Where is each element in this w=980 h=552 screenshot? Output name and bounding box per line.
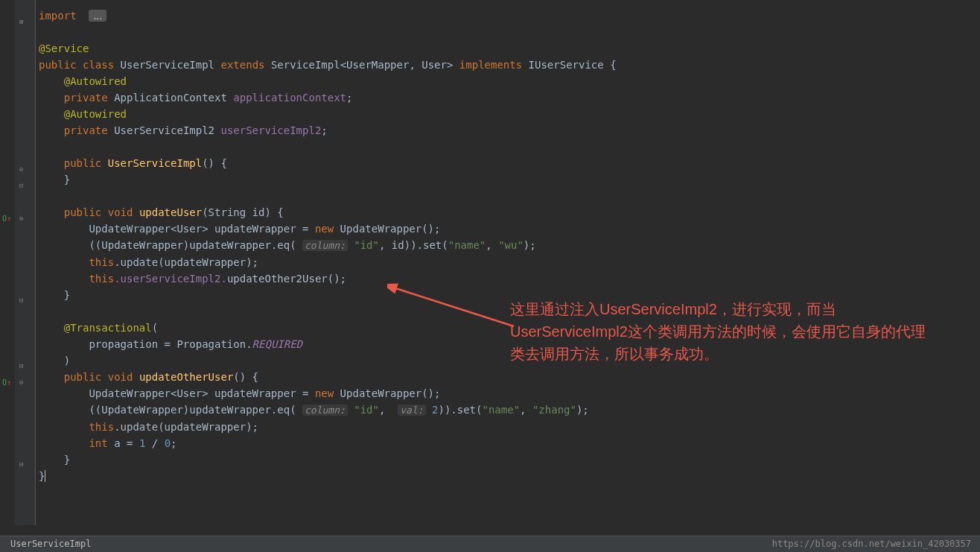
watermark: https://blog.csdn.net/weixin_42030357 [772,539,971,549]
fold-open-icon[interactable]: ⊖ [19,215,23,222]
annotation-text: 这里通过注入UserServiceImpl2，进行实现，而当UserServic… [510,298,935,365]
gutter-fold: ⊞ ⊖ ⊟ ⊖ ⊟ ⊟ ⊖ ⊟ [15,0,36,525]
code-number: 0 [165,437,171,449]
code-token: (String id) { [202,206,284,218]
code-token: new [315,223,334,235]
code-token: UpdateWrapper<User> updateWrapper = [89,223,314,235]
code-token: void [108,371,133,383]
code-token: , [409,59,421,71]
code-token: .update(updateWrapper); [114,421,258,433]
code-token: a = [108,437,139,449]
inlay-hint: column: [302,405,348,416]
code-annotation: @Autowired [64,75,127,87]
code-token: } [64,174,70,185]
fold-open-icon[interactable]: ⊖ [19,378,23,386]
code-field-ref: .userServiceImpl2. [114,273,227,285]
code-token: ( [152,322,158,334]
code-class-name: UserServiceImpl [121,59,214,71]
code-token: UpdateWrapper(); [334,223,440,235]
code-token: (); [328,273,346,285]
code-token: propagation = Propagation. [89,338,252,350]
folded-import-badge[interactable]: ... [89,10,106,22]
code-token: UpdateWrapper<User> updateWrapper = [89,387,314,399]
code-token: } [64,289,70,301]
code-token: > [447,59,453,71]
code-token: User [421,59,447,71]
code-token: import [39,10,77,22]
code-token: UserServiceImpl2 [114,124,214,136]
fold-icon[interactable]: ⊞ [19,18,23,25]
code-field: userServiceImpl2 [220,124,321,136]
code-token: UserMapper [346,59,409,71]
code-token: private [64,124,108,136]
code-token: ) [64,355,70,367]
code-token: ; [346,92,352,104]
inlay-hint: column: [302,240,348,251]
code-token: public [64,206,102,218]
code-field: applicationContext [233,92,346,104]
fold-open-icon[interactable]: ⊖ [19,165,23,173]
code-token: implements [459,59,522,71]
code-token: extends [220,59,264,71]
gutter-markers: O↑ O↑ [0,0,15,525]
code-token: public [64,371,102,383]
code-editor[interactable]: import ... @Service public class UserSer… [36,0,980,525]
code-token: , id)).set( [379,239,448,251]
code-token: )).set( [438,404,482,416]
breadcrumb[interactable]: UserServiceImpl [10,539,91,549]
code-token: UpdateWrapper(); [334,387,440,399]
code-token: this [89,256,114,268]
code-string: "zhang" [532,404,576,416]
fold-close-icon[interactable]: ⊟ [19,182,23,189]
override-marker-icon[interactable]: O↑ [2,378,11,387]
code-token: updateOther2User [227,273,328,285]
code-token: public [39,59,77,71]
code-string: "name" [482,404,520,416]
code-token: , [520,404,532,416]
code-token: () { [202,157,227,169]
code-enum: REQUIRED [252,338,302,350]
code-method: UserServiceImpl [108,157,202,169]
code-annotation: @Autowired [64,108,127,120]
code-token: / [145,437,164,449]
code-string: "id" [354,239,379,251]
code-method: updateOtherUser [139,371,233,383]
code-token: ; [321,124,327,136]
code-string: "name" [448,239,486,251]
code-token: ); [576,404,589,416]
code-token: int [89,437,107,449]
code-token: public [64,157,102,169]
code-token: private [64,92,108,104]
code-method: updateUser [139,206,202,218]
code-token: IUserService [529,59,604,71]
code-token: () { [233,371,258,383]
code-token: ApplicationContext [114,92,227,104]
code-token: { [604,59,617,71]
fold-close-icon[interactable]: ⊟ [19,460,23,468]
code-annotation: @Service [39,42,89,54]
code-token: < [340,59,346,71]
code-token: ServiceImpl [271,59,340,71]
fold-close-icon[interactable]: ⊟ [19,362,23,369]
code-token: .update(updateWrapper); [114,256,258,268]
code-token: class [83,59,114,71]
code-token: this [89,421,114,433]
code-token: , [486,239,498,251]
code-string: "id" [354,404,379,416]
code-token: new [315,387,334,399]
code-string: "wu" [498,239,524,251]
override-marker-icon[interactable]: O↑ [2,215,11,223]
fold-close-icon[interactable]: ⊟ [19,296,23,304]
inlay-hint: val: [398,405,425,416]
code-token: ((UpdateWrapper)updateWrapper.eq( [89,239,296,251]
code-token: ; [171,437,176,449]
code-token: ((UpdateWrapper)updateWrapper.eq( [89,404,296,416]
code-token: } [64,454,70,466]
code-token: this [89,273,114,285]
code-annotation: @Transactional [64,322,152,334]
code-token: void [108,206,133,218]
code-token: ); [524,239,536,251]
